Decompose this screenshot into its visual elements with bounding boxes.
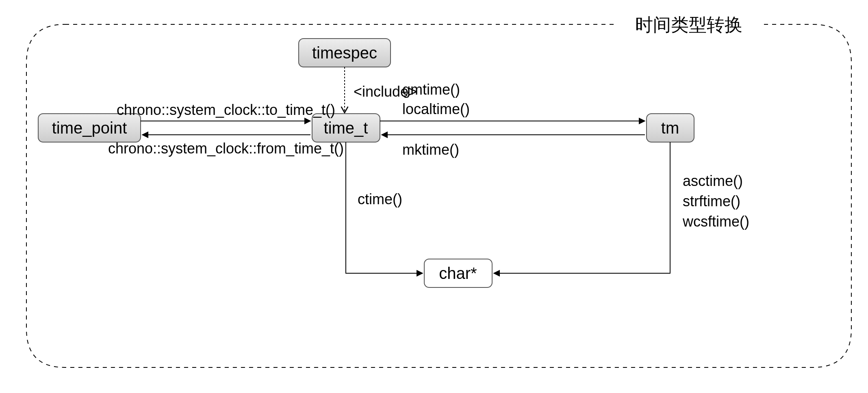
node-time-t: time_t (312, 114, 380, 142)
edge-ctime-label: ctime() (358, 191, 402, 207)
node-tm: tm (647, 114, 694, 142)
node-time-point: time_point (38, 114, 141, 142)
edge-from-time-t-label: chrono::system_clock::from_time_t() (108, 140, 344, 157)
edge-ctime: ctime() (346, 142, 423, 273)
diagram-canvas: 时间类型转换 timespec time_point time_t tm cha… (0, 0, 868, 393)
diagram-title: 时间类型转换 (635, 15, 742, 35)
node-char: char* (424, 259, 492, 287)
edge-strftime-label: strftime() (683, 193, 740, 209)
node-timespec: timespec (299, 39, 391, 67)
node-time-t-label: time_t (324, 119, 368, 137)
node-tm-label: tm (661, 119, 679, 137)
edge-mktime-label: mktime() (402, 141, 459, 158)
edge-gmtime-label: gmtime() (402, 81, 460, 98)
edge-wcsftime-label: wcsftime() (682, 213, 749, 230)
edge-localtime-label: localtime() (402, 101, 470, 117)
node-timespec-label: timespec (312, 44, 377, 62)
frame: 时间类型转换 (26, 15, 851, 368)
edge-from-time-t: chrono::system_clock::from_time_t() (108, 135, 344, 157)
edge-mktime: mktime() (382, 135, 645, 158)
edge-to-time-t: chrono::system_clock::to_time_t() (117, 101, 335, 121)
edge-to-time-t-label: chrono::system_clock::to_time_t() (117, 101, 335, 118)
edge-asctime-label: asctime() (683, 173, 743, 189)
edge-gmtime-localtime: gmtime() localtime() (380, 81, 645, 121)
node-char-label: char* (439, 264, 477, 282)
node-time-point-label: time_point (52, 119, 127, 137)
edge-tm-to-char: asctime() strftime() wcsftime() (494, 142, 749, 273)
